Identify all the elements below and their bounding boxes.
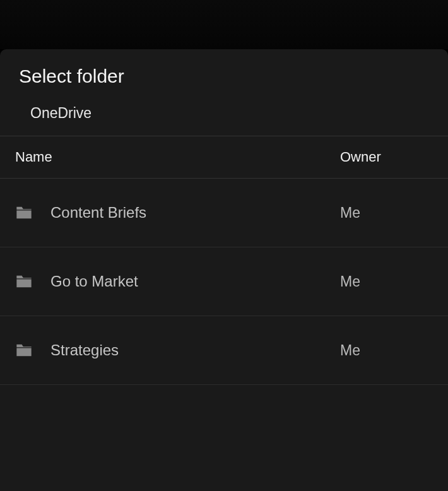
folder-name-cell: Content Briefs — [15, 204, 340, 222]
select-folder-modal: Select folder OneDrive Name Owner Conten… — [0, 49, 448, 491]
folder-label: Content Briefs — [50, 204, 146, 222]
folder-icon — [15, 343, 33, 358]
top-bar — [0, 0, 448, 49]
folder-icon — [15, 205, 33, 220]
table-header: Name Owner — [0, 136, 448, 179]
folder-owner: Me — [340, 273, 433, 290]
folder-owner: Me — [340, 342, 433, 359]
column-header-name[interactable]: Name — [15, 149, 340, 165]
breadcrumb[interactable]: OneDrive — [0, 95, 448, 136]
column-header-owner[interactable]: Owner — [340, 149, 433, 165]
folder-icon — [15, 274, 33, 289]
folder-label: Strategies — [50, 341, 119, 359]
folder-row[interactable]: Strategies Me — [0, 316, 448, 385]
folder-row[interactable]: Go to Market Me — [0, 247, 448, 316]
folder-owner: Me — [340, 204, 433, 222]
modal-title: Select folder — [0, 49, 448, 95]
folder-name-cell: Go to Market — [15, 273, 340, 290]
folder-name-cell: Strategies — [15, 341, 340, 359]
folder-label: Go to Market — [50, 273, 138, 290]
folder-row[interactable]: Content Briefs Me — [0, 179, 448, 247]
